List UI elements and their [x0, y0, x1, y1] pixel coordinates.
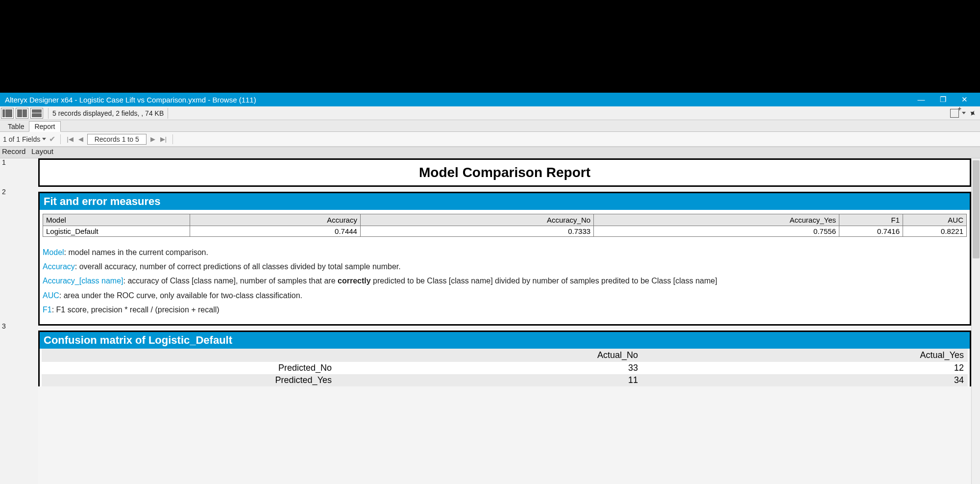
def-text: : F1 score, precision * recall / (precis… — [52, 306, 220, 314]
separator — [172, 134, 173, 144]
def-text: : accuracy of Class [class name], number… — [123, 277, 338, 285]
def-text: : model names in the current comparison. — [64, 248, 208, 256]
separator — [60, 134, 61, 144]
minimize-button[interactable]: — — [910, 93, 932, 106]
th-auc: AUC — [903, 214, 967, 226]
pager-toolbar: 1 of 1 Fields ✔ |◀ ◀ Records 1 to 5 ▶ ▶| — [0, 132, 980, 147]
th-f1: F1 — [839, 214, 903, 226]
tab-report[interactable]: Report — [29, 121, 60, 132]
def-bold: correctly — [338, 277, 371, 285]
first-page-button[interactable]: |◀ — [66, 135, 74, 143]
row-number[interactable]: 3 — [0, 322, 38, 334]
table-row: Logistic_Default 0.7444 0.7333 0.7556 0.… — [43, 226, 967, 237]
def-text: : overall accuracy, number of correct pr… — [75, 262, 401, 271]
th-accuracy-no: Accuracy_No — [360, 214, 593, 226]
col-layout[interactable]: Layout — [29, 147, 980, 158]
cell-model: Logistic_Default — [43, 226, 190, 237]
section-header-confusion: Confusion matrix of Logistic_Default — [40, 332, 970, 349]
th-blank — [42, 349, 336, 362]
def-key: AUC — [43, 291, 59, 300]
restore-button[interactable]: ❐ — [932, 93, 954, 106]
th-actual-no: Actual_No — [336, 349, 642, 362]
def-text: : area under the ROC curve, only availab… — [59, 291, 302, 300]
cell-accuracy: 0.7444 — [190, 226, 361, 237]
browse-window: Alteryx Designer x64 - Logistic Case Lif… — [0, 93, 980, 484]
next-page-button[interactable]: ▶ — [149, 135, 156, 143]
prev-page-button[interactable]: ◀ — [77, 135, 84, 143]
th-accuracy-yes: Accuracy_Yes — [594, 214, 839, 226]
cell-pred-no: Predicted_No — [42, 362, 336, 374]
table-header-row: Actual_No Actual_Yes — [42, 349, 968, 362]
cell-acc-no: 0.7333 — [360, 226, 593, 237]
row-number[interactable]: 2 — [0, 188, 38, 200]
cell-f1: 0.7416 — [839, 226, 903, 237]
th-model: Model — [43, 214, 190, 226]
table-row: Predicted_Yes 11 34 — [42, 374, 968, 386]
record-status-text: 5 records displayed, 2 fields, , 74 KB — [48, 108, 168, 119]
definitions: Model: model names in the current compar… — [43, 246, 967, 316]
tab-table[interactable]: Table — [3, 122, 29, 131]
report-content: Model Comparison Report Fit and error me… — [38, 158, 971, 484]
section-header-fit: Fit and error measures — [40, 193, 970, 210]
scrollbar-thumb[interactable] — [973, 160, 980, 258]
row-number[interactable]: 1 — [0, 158, 38, 170]
vertical-scrollbar[interactable] — [971, 158, 980, 484]
view-toolbar: 5 records displayed, 2 fields, , 74 KB ✦ — [0, 106, 980, 120]
cell-value: 11 — [336, 374, 642, 386]
def-text: predicted to be Class [class name] divid… — [371, 277, 717, 285]
check-icon[interactable]: ✔ — [49, 134, 55, 144]
table-row: Predicted_No 33 12 — [42, 362, 968, 374]
cell-value: 34 — [642, 374, 968, 386]
cell-value: 33 — [336, 362, 642, 374]
last-page-button[interactable]: ▶| — [159, 135, 168, 143]
report-title-card: Model Comparison Report — [38, 158, 971, 187]
layout-stack-button[interactable] — [30, 108, 43, 119]
th-accuracy: Accuracy — [190, 214, 361, 226]
confusion-table: Actual_No Actual_Yes Predicted_No 33 12 … — [42, 349, 968, 386]
report-title: Model Comparison Report — [40, 160, 970, 185]
fit-measures-card: Fit and error measures Model Accuracy Ac… — [38, 192, 971, 326]
def-key: F1 — [43, 306, 52, 314]
layout-left-panel-button[interactable] — [1, 108, 14, 119]
cell-auc: 0.8221 — [903, 226, 967, 237]
col-record[interactable]: Record — [0, 147, 29, 158]
confusion-matrix-card: Confusion matrix of Logistic_Default Act… — [38, 331, 971, 386]
grid-body: 1 2 3 Model Comparison Report Fit and er… — [0, 158, 980, 484]
fields-dropdown[interactable]: 1 of 1 Fields — [3, 135, 46, 143]
row-gutter: 1 2 3 — [0, 158, 38, 484]
records-range[interactable]: Records 1 to 5 — [87, 134, 147, 145]
cell-value: 12 — [642, 362, 968, 374]
def-key: Accuracy_[class name] — [43, 277, 123, 285]
close-button[interactable]: ✕ — [954, 93, 975, 106]
cell-pred-yes: Predicted_Yes — [42, 374, 336, 386]
add-panel-icon[interactable] — [950, 109, 959, 118]
cell-acc-yes: 0.7556 — [594, 226, 839, 237]
def-key: Model — [43, 248, 64, 256]
grid-header: Record Layout — [0, 147, 980, 158]
def-key: Accuracy — [43, 262, 75, 271]
layout-split-button[interactable] — [16, 108, 28, 119]
pin-icon[interactable]: ✦ — [966, 106, 979, 120]
table-header-row: Model Accuracy Accuracy_No Accuracy_Yes … — [43, 214, 967, 226]
window-title: Alteryx Designer x64 - Logistic Case Lif… — [5, 96, 910, 104]
fields-label: 1 of 1 Fields — [3, 135, 40, 143]
metrics-table: Model Accuracy Accuracy_No Accuracy_Yes … — [43, 214, 967, 237]
caret-down-icon — [42, 138, 46, 140]
th-actual-yes: Actual_Yes — [642, 349, 968, 362]
view-tabs: Table Report — [0, 120, 980, 132]
window-titlebar: Alteryx Designer x64 - Logistic Case Lif… — [0, 93, 980, 106]
panel-menu-caret-icon[interactable] — [962, 112, 966, 114]
